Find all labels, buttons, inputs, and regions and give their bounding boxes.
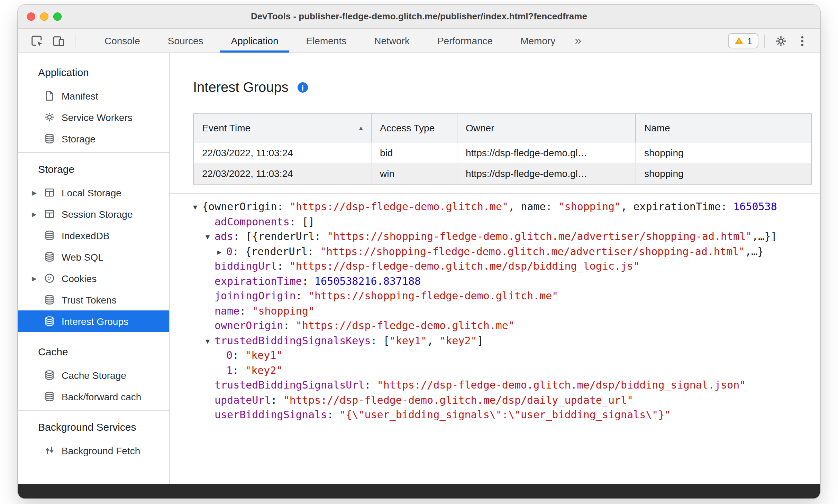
sidebar-section-title: Storage	[18, 156, 169, 182]
sidebar-item-cookies[interactable]: ▶Cookies	[18, 268, 169, 289]
sidebar-section-title: Background Services	[18, 413, 169, 440]
sidebar-item-web-sql[interactable]: Web SQL	[18, 246, 169, 268]
tree-row-text: {ownerOrigin: "https://dsp-fledge-demo.g…	[202, 200, 777, 215]
interest-groups-panel: Interest Groups i Event Time▲Access Type…	[170, 53, 820, 485]
sidebar-item-storage[interactable]: Storage	[18, 128, 169, 149]
sidebar-item-label: Background Fetch	[62, 445, 140, 456]
tree-row[interactable]: ▼ads: [{renderUrl: "https://shopping-fle…	[193, 230, 820, 244]
arrow-spacer	[206, 215, 215, 230]
database-icon	[44, 251, 55, 263]
arrow-spacer	[206, 408, 215, 423]
table-cell: shopping	[636, 142, 811, 163]
table-header-row: Event Time▲Access TypeOwnerName	[194, 114, 811, 142]
minimize-button[interactable]	[40, 12, 48, 21]
table-row[interactable]: 22/03/2022, 11:03:24winhttps://dsp-fledg…	[194, 163, 811, 184]
tab-sources[interactable]: Sources	[154, 29, 217, 53]
tab-application[interactable]: Application	[217, 29, 292, 53]
column-header-event-time[interactable]: Event Time▲	[194, 114, 372, 142]
more-tabs-button[interactable]: »	[569, 29, 587, 53]
arrow-spacer	[206, 304, 215, 319]
sidebar-item-label: Trust Tokens	[62, 294, 117, 305]
table-cell: bid	[372, 142, 457, 163]
tab-performance[interactable]: Performance	[423, 29, 507, 53]
tab-network[interactable]: Network	[360, 29, 423, 53]
sidebar-item-interest-groups[interactable]: Interest Groups	[18, 310, 169, 332]
database-icon	[44, 294, 55, 306]
tree-row[interactable]: 0: "key1"	[193, 348, 820, 363]
expanded-arrow-icon[interactable]: ▼	[206, 230, 215, 244]
tree-row[interactable]: ▶0: {renderUrl: "https://shopping-fledge…	[193, 244, 820, 259]
sidebar-item-label: Local Storage	[62, 187, 121, 198]
zoom-button[interactable]	[53, 12, 62, 21]
sidebar-item-label: Session Storage	[62, 208, 133, 220]
tree-row[interactable]: adComponents: []	[193, 215, 820, 230]
sidebar-item-label: Interest Groups	[62, 316, 128, 327]
tree-row[interactable]: ownerOrigin: "https://dsp-fledge-demo.gl…	[193, 319, 820, 334]
devtools-toolbar: ConsoleSourcesApplicationElementsNetwork…	[18, 29, 820, 53]
expander-arrow-icon[interactable]: ▶	[32, 211, 44, 217]
tree-row[interactable]: joiningOrigin: "https://shopping-fledge-…	[193, 289, 820, 304]
tree-row-text: updateUrl: "https://dsp-fledge-demo.glit…	[215, 393, 633, 408]
expander-arrow-icon[interactable]: ▶	[32, 189, 44, 196]
table-row[interactable]: 22/03/2022, 11:03:24bidhttps://dsp-fledg…	[194, 142, 811, 163]
device-toolbar-icon[interactable]	[52, 34, 65, 47]
devtools-content: ApplicationManifestService WorkersStorag…	[18, 53, 820, 485]
devtools-window: DevTools - publisher-fledge-demo.glitch.…	[18, 5, 820, 498]
tab-memory[interactable]: Memory	[507, 29, 569, 53]
tab-elements[interactable]: Elements	[292, 29, 360, 53]
collapsed-arrow-icon[interactable]: ▶	[217, 244, 226, 259]
tree-row[interactable]: updateUrl: "https://dsp-fledge-demo.glit…	[193, 393, 820, 408]
sidebar-item-trust-tokens[interactable]: Trust Tokens	[18, 289, 169, 310]
tree-row-text: 0: "key1"	[226, 348, 283, 363]
tree-row-text: trustedBiddingSignalsKeys: ["key1", "key…	[215, 334, 483, 348]
info-icon[interactable]: i	[298, 82, 308, 93]
expanded-arrow-icon[interactable]: ▼	[193, 200, 202, 215]
tree-row[interactable]: name: "shopping"	[193, 304, 820, 319]
table-icon	[44, 208, 55, 220]
sidebar-item-indexeddb[interactable]: IndexedDB	[18, 225, 169, 246]
tree-row[interactable]: biddingUrl: "https://dsp-fledge-demo.gli…	[193, 259, 820, 274]
tree-row[interactable]: expirationTime: 1650538216.837188	[193, 274, 820, 289]
window-title: DevTools - publisher-fledge-demo.glitch.…	[18, 5, 820, 28]
column-header-access-type[interactable]: Access Type	[372, 114, 457, 142]
column-header-owner[interactable]: Owner	[457, 114, 636, 142]
arrow-spacer	[206, 259, 215, 274]
report-header: Interest Groups i	[193, 80, 820, 95]
expander-arrow-icon[interactable]: ▶	[32, 275, 44, 282]
table-cell: 22/03/2022, 11:03:24	[194, 142, 372, 163]
table-cell: win	[372, 163, 457, 184]
sidebar-item-back-forward-cach[interactable]: Back/forward cach	[18, 386, 169, 407]
sidebar-item-cache-storage[interactable]: Cache Storage	[18, 364, 169, 386]
tree-row[interactable]: userBiddingSignals: "{\"user_bidding_sig…	[193, 408, 820, 423]
sidebar-item-session-storage[interactable]: ▶Session Storage	[18, 203, 169, 225]
settings-gear-icon[interactable]	[774, 34, 787, 47]
expanded-arrow-icon[interactable]: ▼	[206, 334, 215, 348]
sidebar-item-label: Service Workers	[62, 112, 133, 123]
sidebar-item-service-workers[interactable]: Service Workers	[18, 106, 169, 128]
sidebar-item-local-storage[interactable]: ▶Local Storage	[18, 182, 169, 203]
arrow-spacer	[206, 289, 215, 304]
tab-console[interactable]: Console	[91, 29, 154, 53]
tree-row[interactable]: 1: "key2"	[193, 363, 820, 378]
close-button[interactable]	[27, 12, 35, 21]
tree-row[interactable]: ▼{ownerOrigin: "https://dsp-fledge-demo.…	[193, 200, 820, 215]
interest-groups-table: Event Time▲Access TypeOwnerName 22/03/20…	[193, 113, 812, 185]
issues-badge[interactable]: 1	[728, 33, 758, 48]
sidebar-item-manifest[interactable]: Manifest	[18, 85, 169, 106]
inspect-element-icon[interactable]	[30, 34, 44, 47]
background-fetch-icon	[44, 445, 55, 456]
sidebar-section-application: ApplicationManifestService WorkersStorag…	[18, 59, 169, 149]
table-cell: 22/03/2022, 11:03:24	[194, 163, 372, 184]
table-cell: shopping	[636, 163, 811, 184]
tree-row[interactable]: trustedBiddingSignalsUrl: "https://dsp-f…	[193, 378, 820, 393]
sort-ascending-icon: ▲	[358, 124, 364, 131]
column-header-name[interactable]: Name	[636, 114, 811, 142]
database-icon	[44, 369, 55, 381]
tree-row-text: trustedBiddingSignalsUrl: "https://dsp-f…	[215, 378, 746, 393]
sidebar-item-label: Manifest	[62, 90, 98, 101]
sidebar-item-background-fetch[interactable]: Background Fetch	[18, 440, 169, 461]
tree-row[interactable]: ▼trustedBiddingSignalsKeys: ["key1", "ke…	[193, 334, 820, 348]
kebab-menu-icon[interactable]	[796, 34, 809, 47]
tree-row-text: biddingUrl: "https://dsp-fledge-demo.gli…	[215, 259, 639, 274]
traffic-lights	[27, 5, 62, 28]
